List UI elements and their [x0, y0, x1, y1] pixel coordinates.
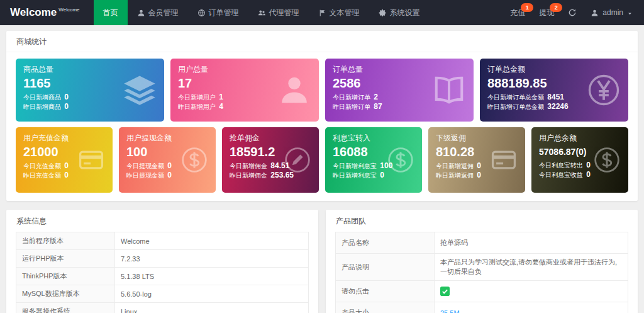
globe-icon	[197, 9, 206, 17]
nav-item-settings[interactable]: 系统设置	[369, 0, 430, 25]
subline-value: 0	[62, 102, 69, 111]
nav-item-label: 会员管理	[148, 8, 179, 18]
stats-card: 商城统计 商品总量1165今日新增商品 0昨日新增商品 0用户总量17今日新增用…	[6, 31, 638, 201]
row-value: Linux	[115, 303, 309, 313]
subline-label: 今日新增商品	[23, 94, 61, 101]
row-value: 抢单源码	[435, 232, 628, 254]
table-row: 产品大小25.5M	[336, 302, 628, 313]
row-label: MySQL数据库版本	[16, 285, 115, 303]
stat-tile-1-2: 用户总量17今日新增用户 1昨日新增用户 4	[170, 59, 319, 122]
withdraw-button[interactable]: 提现2	[539, 8, 554, 18]
nav-item-label: 首页	[103, 8, 118, 18]
subline-value: 0	[475, 171, 481, 179]
book-icon	[432, 73, 466, 107]
subline-label: 昨日新增用户	[178, 103, 216, 110]
card-icon	[77, 146, 105, 174]
subline-label: 今日利息宝收益	[539, 171, 583, 178]
row-label: 运行PHP版本	[16, 250, 115, 268]
subline-label: 昨日提现金额	[126, 172, 164, 179]
main-content: 商城统计 商品总量1165今日新增商品 0昨日新增商品 0用户总量17今日新增用…	[0, 25, 644, 313]
system-info-title: 系统信息	[6, 210, 318, 232]
do-not-click-icon[interactable]	[440, 287, 450, 296]
row-value: 25.5M	[435, 302, 628, 313]
row-label: 当前程序版本	[16, 232, 115, 250]
nav-item-orders[interactable]: 订单管理	[188, 0, 248, 25]
row-label: 请勿点击	[336, 281, 435, 302]
caret-down-icon	[627, 11, 633, 16]
subline-value: 4	[217, 102, 223, 111]
user-menu[interactable]: admin	[591, 8, 633, 17]
stat-tile-2-6: 用户总余额57086.87(0)今日利息宝转出 0今日利息宝收益 0	[531, 127, 628, 193]
user-icon	[137, 9, 145, 17]
table-row: 产品名称抢单源码	[336, 232, 628, 254]
stat-tile-2-1: 用户充值金额21000今日充值金额 0昨日充值金额 0	[16, 127, 113, 193]
nav-item-agents[interactable]: 代理管理	[248, 0, 309, 25]
subline-value: 0	[584, 161, 591, 169]
dollar-icon	[180, 146, 208, 174]
nav-item-label: 文本管理	[330, 8, 360, 18]
subline-value: 32246	[545, 102, 569, 111]
subline-label: 昨日新增利息宝	[333, 172, 377, 179]
stats-card-title: 商城统计	[6, 31, 638, 52]
recharge-button[interactable]: 充值1	[510, 8, 525, 18]
nav-item-text[interactable]: 文本管理	[309, 0, 369, 25]
row-label: 产品说明	[336, 254, 435, 281]
table-row: 请勿点击	[336, 281, 628, 302]
subline-label: 昨日新增订单总金额	[487, 103, 544, 110]
subline-label: 昨日充值金额	[23, 172, 61, 179]
subline-value: 1	[217, 93, 223, 101]
stats-row-1: 商品总量1165今日新增商品 0昨日新增商品 0用户总量17今日新增用户 1昨日…	[16, 59, 628, 122]
layers-icon	[123, 73, 157, 107]
row-label: 产品名称	[336, 232, 435, 254]
nav-right: 充值1提现2admin	[510, 0, 644, 25]
table-row: ThinkPHP版本5.1.38 LTS	[16, 268, 309, 285]
row-value: 5.6.50-log	[115, 285, 309, 303]
brand-text: Welcome	[10, 6, 57, 19]
subline-label: 今日充值金额	[23, 162, 61, 169]
subline-label: 今日新增用户	[178, 94, 216, 101]
nav-item-home[interactable]: 首页	[94, 0, 128, 25]
stat-tile-1-3: 订单总量2586今日新增订单 2昨日新增订单 87	[325, 59, 474, 122]
subline-label: 昨日新增佣金	[230, 172, 267, 179]
table-row: 服务器操作系统Linux	[16, 303, 309, 313]
brand-logo[interactable]: Welcome Welcome	[0, 0, 94, 25]
stat-tile-2-4: 利息宝转入16088今日新增利息宝 100昨日新增利息宝 0	[325, 127, 422, 193]
recharge-badge: 1	[521, 3, 533, 12]
row-label: 服务器操作系统	[16, 303, 115, 313]
nav-item-members[interactable]: 会员管理	[128, 0, 188, 25]
subline-value: 0	[165, 171, 172, 179]
subline-label: 今日新增订单总金额	[487, 94, 544, 101]
flag-icon	[318, 9, 326, 17]
withdraw-badge: 2	[550, 3, 562, 12]
product-link[interactable]: 25.5M	[440, 309, 460, 313]
subline-value: 0	[165, 161, 172, 170]
subline-label: 昨日新增订单	[333, 103, 370, 110]
subline-value: 0	[584, 170, 591, 179]
product-team-card: 产品团队 产品名称抢单源码产品说明本产品只为学习测试交流,请勿要做商业或者用于违…	[326, 210, 638, 313]
navbar: Welcome Welcome 首页会员管理订单管理代理管理文本管理系统设置 充…	[0, 0, 644, 25]
tile-title: 用户提现金额	[126, 133, 208, 144]
tile-title: 利息宝转入	[333, 133, 414, 144]
dollar-icon	[593, 146, 621, 174]
dollar-icon	[387, 146, 414, 174]
subline-label: 今日新增返佣	[436, 162, 474, 169]
subline-value: 8451	[545, 93, 564, 101]
row-label: 产品大小	[336, 302, 435, 313]
table-row: MySQL数据库版本5.6.50-log	[16, 285, 309, 303]
bottom-section: 系统信息 当前程序版本Welcome运行PHP版本7.2.33ThinkPHP版…	[6, 210, 638, 313]
product-team-table: 产品名称抢单源码产品说明本产品只为学习测试交流,请勿要做商业或者用于违法行为,一…	[335, 232, 628, 313]
row-value: Welcome	[115, 232, 309, 250]
table-row: 产品说明本产品只为学习测试交流,请勿要做商业或者用于违法行为,一切后果自负	[336, 254, 628, 281]
row-value	[435, 281, 628, 302]
system-info-table: 当前程序版本Welcome运行PHP版本7.2.33ThinkPHP版本5.1.…	[16, 232, 309, 313]
system-info-card: 系统信息 当前程序版本Welcome运行PHP版本7.2.33ThinkPHP版…	[6, 210, 318, 313]
subline-value: 0	[62, 171, 69, 179]
subline-label: 今日利息宝转出	[539, 162, 583, 169]
row-value: 7.2.33	[115, 250, 309, 268]
table-row: 运行PHP版本7.2.33	[16, 250, 309, 268]
subline-value: 0	[378, 171, 384, 179]
stat-tile-1-1: 商品总量1165今日新增商品 0昨日新增商品 0	[16, 59, 164, 122]
refresh-icon[interactable]	[568, 8, 577, 17]
stat-tile-1-4: 订单总金额888189.85今日新增订单总金额 8451昨日新增订单总金额 32…	[480, 59, 628, 122]
subline-value: 0	[62, 161, 69, 170]
